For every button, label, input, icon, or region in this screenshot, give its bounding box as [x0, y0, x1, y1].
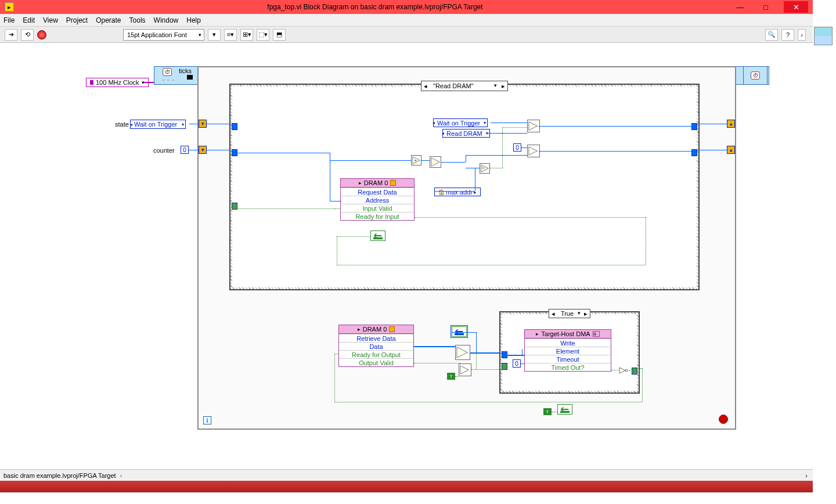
dma-timeout-const[interactable]: 0	[513, 359, 521, 368]
taskbar	[0, 481, 813, 492]
case-value[interactable]: "Read DRAM"	[430, 82, 499, 89]
close-button[interactable]: ✕	[784, 1, 808, 13]
tunnel-timedout[interactable]	[632, 368, 637, 375]
clock-label: 100 MHz Clock	[96, 79, 139, 86]
abort-button[interactable]	[37, 30, 46, 39]
feedback-node-1[interactable]	[370, 231, 385, 241]
feedback-node-3[interactable]	[557, 404, 572, 415]
maximize-button[interactable]: □	[758, 1, 773, 13]
distribute-button[interactable]: ⊞▾	[240, 29, 253, 41]
read-dram-enum[interactable]: Read DRAM	[442, 129, 490, 138]
dram0b-data: Data	[339, 342, 413, 350]
highlight-button[interactable]: ›	[798, 29, 806, 41]
counter-const[interactable]: 0	[181, 146, 189, 154]
true-case-selector[interactable]: ◂ True▾ ▸	[549, 309, 590, 318]
case-selector[interactable]: ◂ "Read DRAM" ▸	[421, 81, 508, 91]
tunnel-valid[interactable]	[502, 363, 507, 370]
dram0b-ready-out: Ready for Output	[339, 350, 413, 358]
bool-t-value: T	[450, 374, 453, 379]
target-host-dma-node[interactable]: ▸Target-Host DMA⊪ Write Element Timeout …	[524, 329, 611, 372]
svg-rect-13	[560, 411, 570, 413]
menu-project[interactable]: Project	[66, 16, 88, 24]
search-button[interactable]: 🔍	[765, 29, 778, 41]
dram0-input-valid: Input Valid	[341, 204, 414, 212]
shift-register-right-counter[interactable]: ▴	[727, 146, 735, 154]
scroll-right-arrow[interactable]: ›	[805, 472, 809, 479]
menu-tools[interactable]: Tools	[129, 16, 146, 24]
state-enum-value: Wait on Trigger	[134, 121, 177, 128]
state-enum[interactable]: Wait on Trigger	[130, 120, 186, 129]
true-const[interactable]: T	[447, 373, 455, 380]
true-case-value[interactable]: True▾	[557, 310, 582, 317]
resize-button[interactable]: ⬚▾	[257, 29, 269, 41]
dram0b-retrieve: Retrieve Data	[339, 334, 413, 342]
dram0-address: Address	[341, 196, 414, 204]
menu-file[interactable]: File	[3, 16, 15, 24]
clock-source[interactable]: 100 MHz Clock	[86, 78, 149, 87]
menu-edit[interactable]: Edit	[23, 16, 35, 24]
state-label: state	[115, 121, 129, 128]
select-pass	[430, 156, 441, 168]
max-addr-local[interactable]: max addr	[434, 188, 481, 196]
minimize-button[interactable]: —	[733, 1, 748, 13]
shift-register-left-state[interactable]: ▾	[199, 120, 207, 128]
help-button[interactable]: ?	[781, 29, 794, 41]
menu-operate[interactable]: Operate	[96, 16, 121, 24]
zero-const[interactable]: 0	[513, 143, 521, 152]
run-button[interactable]: ➔	[5, 29, 17, 41]
zero-value: 0	[516, 145, 519, 151]
dram0-retrieve-node[interactable]: ▸DRAM 0 Retrieve Data Data Ready for Out…	[338, 325, 414, 367]
menu-window[interactable]: Window	[154, 16, 179, 24]
case-structure-read-dram[interactable]: ◂ "Read DRAM" ▸	[229, 84, 700, 290]
bool-t2-value: T	[546, 409, 549, 415]
window-title: fpga_top.vi Block Diagram on basic dram …	[17, 3, 733, 11]
ticks-label: ticks	[179, 67, 192, 74]
true-prev-button[interactable]: ◂	[549, 309, 557, 318]
dram0-title: DRAM 0	[364, 179, 388, 186]
status-arrow[interactable]: ‹	[118, 472, 122, 479]
clock-icon-right: ⏱	[751, 71, 760, 80]
svg-marker-11	[619, 368, 625, 373]
read-enum-value: Read DRAM	[446, 130, 482, 137]
menu-help[interactable]: Help	[186, 16, 201, 24]
case-structure-true[interactable]: ◂ True▾ ▸ 0 ▸Target-Host DMA⊪ Write Elem	[499, 311, 640, 394]
statusbar: basic dram example.lvproj/FPGA Target ‹ …	[0, 469, 813, 481]
svg-text:+: +	[414, 158, 417, 163]
dram0-request-data: Request Data	[341, 188, 414, 196]
true-label: True	[561, 310, 574, 317]
wait-on-trigger-enum[interactable]: Wait on Trigger	[433, 118, 488, 127]
true-next-button[interactable]: ▸	[582, 309, 590, 318]
true-const-2[interactable]: T	[543, 408, 552, 415]
clock-icon: ⏱	[163, 68, 172, 76]
app-icon: ▸	[5, 2, 14, 12]
case-prev-button[interactable]: ◂	[421, 81, 430, 91]
loop-condition[interactable]	[719, 415, 728, 424]
dram0-request-node[interactable]: ▸DRAM 0 Request Data Address Input Valid…	[340, 178, 415, 221]
tunnel-state-in[interactable]	[232, 123, 237, 130]
reorder-button[interactable]: ⬒	[273, 29, 286, 41]
block-diagram-canvas[interactable]: ⏱ ⌄⌄⌄ ticks ⏱ 100 MHz Clock state Wait o…	[0, 43, 813, 469]
dma-title: Target-Host DMA	[541, 330, 590, 337]
iteration-terminal[interactable]: i	[203, 416, 211, 424]
menu-view[interactable]: View	[43, 16, 58, 24]
shift-register-right-state[interactable]: ▴	[727, 120, 735, 128]
run-continuous-button[interactable]: ⟲	[21, 29, 34, 41]
counter-value: 0	[183, 147, 186, 153]
dma-write: Write	[525, 339, 611, 347]
align-button[interactable]: ≡▾	[224, 29, 237, 41]
svg-marker-0	[529, 122, 538, 131]
font-select[interactable]: 15pt Application Font	[123, 29, 204, 41]
not-gate	[618, 366, 629, 375]
case-next-button[interactable]: ▸	[499, 81, 507, 91]
dram0b-title: DRAM 0	[363, 326, 387, 333]
svg-marker-10	[460, 366, 469, 375]
compare-eq: =	[480, 163, 490, 174]
sctl-header-right: ⏱	[743, 66, 767, 85]
font-size-dropdown[interactable]: ▾	[208, 29, 221, 41]
font-label: 15pt Application Font	[127, 31, 187, 38]
vi-icon[interactable]	[814, 27, 833, 45]
svg-text:=: =	[482, 166, 485, 171]
shift-register-left-counter[interactable]: ▾	[199, 146, 207, 154]
counter-label: counter	[153, 147, 175, 154]
iter-label: i	[207, 417, 208, 424]
